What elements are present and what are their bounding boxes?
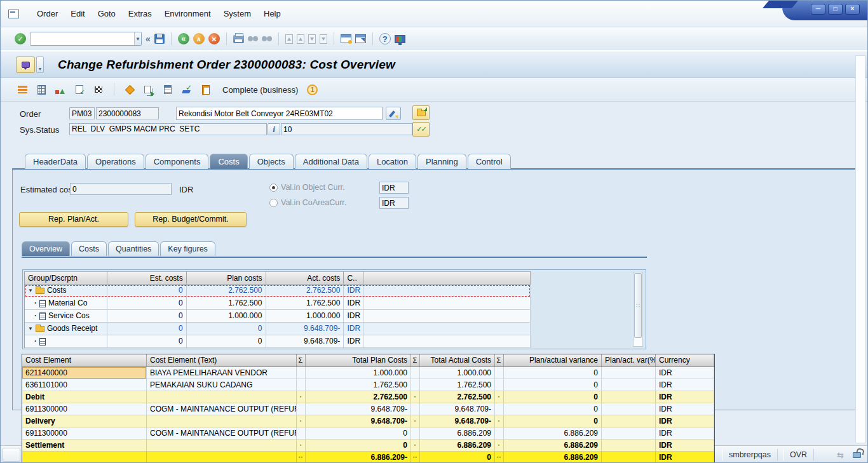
tab-headerdata[interactable]: HeaderData <box>25 154 86 169</box>
tab-objects[interactable]: Objects <box>249 154 294 169</box>
col-sigma-plan[interactable]: Σ <box>297 354 306 366</box>
rep-plan-act-button[interactable]: Rep. Plan/Act. <box>19 212 128 227</box>
col-act-costs[interactable]: Act. costs <box>266 271 344 285</box>
alv-row[interactable]: 6911300000 COGM - MAINTANANCE OUTPUT (RE… <box>22 427 714 440</box>
previous-page-icon[interactable] <box>297 34 304 44</box>
cell-cost-element[interactable]: 6911300000 <box>22 403 147 415</box>
tab-additional-data[interactable]: Additional Data <box>295 154 367 169</box>
print-icon[interactable] <box>233 35 244 43</box>
log-icon[interactable] <box>200 84 212 95</box>
command-field[interactable]: ▼ <box>30 32 142 46</box>
exit-icon[interactable] <box>193 33 205 44</box>
status-info-button[interactable]: i <box>268 123 280 135</box>
services-for-object-button[interactable] <box>16 57 35 73</box>
status-detail-button[interactable] <box>412 122 430 137</box>
approve-icon[interactable] <box>180 84 193 95</box>
col-currency[interactable]: C.. <box>344 271 363 285</box>
order-number-field[interactable] <box>96 107 159 119</box>
long-text-button[interactable] <box>386 107 401 120</box>
radio-val-coarea-curr[interactable]: Val.in CoAreaCurr. <box>269 198 346 207</box>
rep-budget-commit-button[interactable]: Rep. Budget/Commit. <box>135 212 247 227</box>
settlement-rule-icon[interactable] <box>16 84 29 95</box>
tree-scrollbar[interactable] <box>633 272 643 347</box>
object-curr-field[interactable] <box>379 182 409 194</box>
col-plan-act-var-pct[interactable]: Plan/act. var(%) <box>602 354 656 366</box>
col-cost-element-text[interactable]: Cost Element (Text) <box>147 354 297 366</box>
tree-row-costs[interactable]: Costs 0 2.762.500 2.762.500 IDR <box>25 285 531 297</box>
cell-cost-element[interactable]: 6211400000 <box>22 367 147 379</box>
estimated-costs-field[interactable] <box>70 183 172 195</box>
tree-row-service[interactable]: Service Cos 0 1.000.000 1.000.000 IDR <box>25 310 531 323</box>
first-page-icon[interactable] <box>285 34 293 44</box>
message-count-icon[interactable]: 1 <box>307 84 318 95</box>
menu-edit[interactable]: Edit <box>64 6 91 21</box>
restore-button[interactable]: □ <box>828 4 843 15</box>
menu-environment[interactable]: Environment <box>158 6 217 21</box>
status-extra-field[interactable] <box>281 123 412 135</box>
command-input[interactable] <box>31 33 134 44</box>
subtab-quantities[interactable]: Quantities <box>108 241 159 256</box>
order-description-field[interactable] <box>176 107 383 120</box>
alv-subtotal-row-debit[interactable]: Debit ▪ 2.762.500 ▪ 2.762.500 ▪ 0 IDR <box>22 391 714 403</box>
col-est-costs[interactable]: Est. costs <box>107 271 187 285</box>
alv-row[interactable]: 6211400000 BIAYA PEMELIHARAAN VENDOR 1.0… <box>22 367 714 379</box>
determine-costs-icon[interactable] <box>123 84 136 95</box>
col-group-dscrptn[interactable]: Group/Dscrptn <box>25 271 107 285</box>
coarea-curr-field[interactable] <box>379 197 409 209</box>
alv-subtotal-row-settlement[interactable]: Settlement ▪ 0 ▪ 6.886.209 ▪ 6.886.209 I… <box>22 440 714 452</box>
collapse-caret-icon[interactable] <box>28 285 33 297</box>
cancel-icon[interactable] <box>208 33 220 44</box>
save-icon[interactable] <box>154 34 165 44</box>
close-button[interactable]: × <box>845 4 860 15</box>
enter-icon[interactable] <box>15 33 26 44</box>
alv-subtotal-row-delivery[interactable]: Delivery ▪ 9.648.709- ▪ 9.648.709- ▪ 0 I… <box>22 415 714 427</box>
col-plan-costs[interactable]: Plan costs <box>187 271 266 285</box>
order-type-field[interactable] <box>69 107 95 119</box>
tab-costs[interactable]: Costs <box>210 154 247 169</box>
alv-grand-total-row[interactable]: ▪▪ 6.886.209- ▪▪ 0 ▪▪ 6.886.209 IDR <box>22 452 714 463</box>
radio-val-object-curr[interactable]: Val.in Object Curr. <box>269 183 345 192</box>
menu-system[interactable]: System <box>217 6 257 21</box>
col-cost-element[interactable]: Cost Element <box>22 354 147 366</box>
complete-technically-icon[interactable] <box>92 84 105 95</box>
subtab-costs[interactable]: Costs <box>71 241 107 256</box>
collapse-toolbar-icon[interactable]: « <box>146 34 151 44</box>
menu-order[interactable]: Order <box>31 6 64 21</box>
menu-extras[interactable]: Extras <box>122 6 158 21</box>
notes-icon[interactable] <box>161 84 174 95</box>
help-icon[interactable] <box>379 33 391 44</box>
tab-components[interactable]: Components <box>146 154 209 169</box>
services-dropdown-button[interactable]: ▼ <box>36 57 44 73</box>
find-icon[interactable] <box>248 36 253 41</box>
tree-row-goods-receipt[interactable]: Goods Receipt 0 0 9.648.709- IDR <box>25 323 531 335</box>
order-worklist-button[interactable] <box>412 105 430 120</box>
collapse-caret-icon[interactable] <box>28 323 33 335</box>
insert-mode-indicator[interactable]: OVR <box>783 449 814 460</box>
col-sigma-variance[interactable]: Σ <box>495 354 504 366</box>
status-message-area[interactable] <box>3 448 20 462</box>
tab-operations[interactable]: Operations <box>87 154 144 169</box>
col-plan-actual-variance[interactable]: Plan/actual variance <box>504 354 602 366</box>
gui-settings-icon[interactable] <box>395 35 405 43</box>
next-page-icon[interactable] <box>308 34 316 44</box>
col-currency[interactable]: Currency <box>656 354 714 366</box>
tab-control[interactable]: Control <box>468 154 511 169</box>
create-shortcut-icon[interactable] <box>355 34 366 43</box>
back-icon[interactable] <box>178 33 189 44</box>
col-sigma-actual[interactable]: Σ <box>411 354 420 366</box>
tab-location[interactable]: Location <box>369 154 416 169</box>
tree-row-goods-receipt-item[interactable]: 0 0 9.648.709- IDR <box>25 335 531 348</box>
command-dropdown-icon[interactable]: ▼ <box>134 32 141 45</box>
availability-check-icon[interactable] <box>54 84 67 95</box>
tab-planning[interactable]: Planning <box>417 154 466 169</box>
subtab-overview[interactable]: Overview <box>22 241 70 256</box>
page-scrollbar[interactable] <box>855 55 865 443</box>
alv-row[interactable]: 6911300000 COGM - MAINTANANCE OUTPUT (RE… <box>22 403 714 415</box>
complete-business-button[interactable]: Complete (business) <box>222 85 298 95</box>
alv-row[interactable]: 6361101000 PEMAKAIAN SUKU CADANG 1.762.5… <box>22 379 714 391</box>
last-page-icon[interactable] <box>320 34 327 44</box>
cell-cost-element[interactable]: 6911300000 <box>22 427 147 440</box>
new-session-icon[interactable] <box>341 34 351 43</box>
col-total-actual-costs[interactable]: Total Actual Costs <box>420 354 495 366</box>
release-icon[interactable] <box>73 84 86 95</box>
